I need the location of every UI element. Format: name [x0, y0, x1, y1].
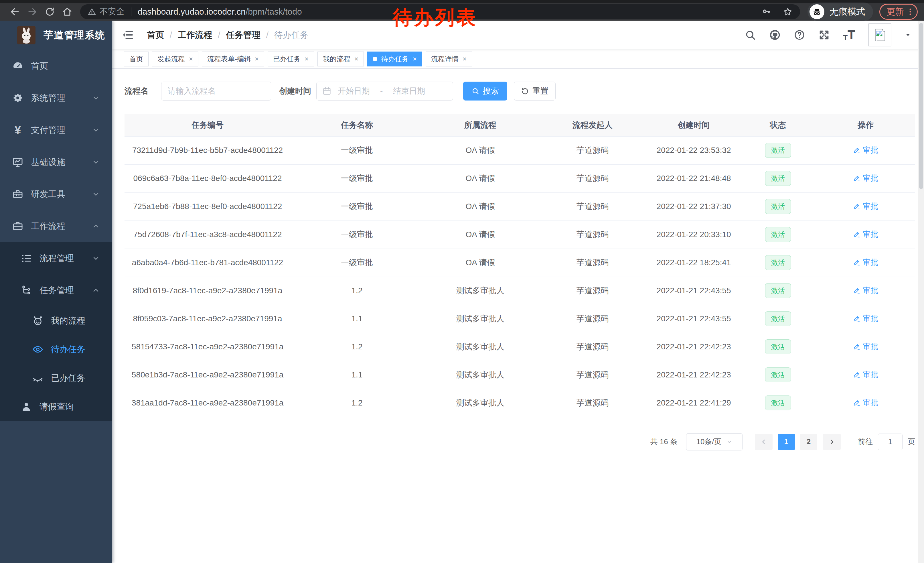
sidebar-item-leave-query[interactable]: 请假查询	[0, 392, 112, 421]
breadcrumb-item[interactable]: 工作流程	[178, 29, 212, 41]
menu-label: 待办任务	[51, 344, 85, 355]
search-icon[interactable]	[744, 29, 756, 41]
active-dot	[373, 57, 377, 61]
fullscreen-icon[interactable]	[818, 29, 830, 41]
page-number-button[interactable]: 1	[778, 434, 795, 450]
process-name-field[interactable]	[168, 87, 265, 96]
edit-icon	[853, 399, 861, 406]
help-icon[interactable]	[794, 29, 805, 41]
avatar[interactable]	[868, 24, 891, 47]
date-range-input[interactable]: 开始日期 - 结束日期	[316, 82, 453, 101]
end-date-placeholder[interactable]: 结束日期	[393, 86, 425, 96]
tab-todo-task[interactable]: 待办任务×	[367, 51, 422, 66]
sidebar-item-payment[interactable]: ¥支付管理	[0, 114, 112, 146]
tab-form-edit[interactable]: 流程表单-编辑×	[202, 51, 264, 66]
table-row: 069c6a63-7b8a-11ec-8ef0-acde48001122一级审批…	[124, 164, 915, 192]
approve-link[interactable]: 审批	[853, 369, 878, 380]
close-icon[interactable]: ×	[255, 55, 259, 63]
cell-create-time: 2022-01-21 22:42:23	[648, 361, 740, 389]
approve-link[interactable]: 审批	[853, 229, 878, 239]
filter-time-label: 创建时间	[279, 86, 311, 96]
goto-page-input[interactable]	[878, 434, 903, 450]
close-icon[interactable]: ×	[463, 55, 466, 63]
sidebar-item-todo-task[interactable]: 待办任务	[0, 335, 112, 364]
sidebar-item-system[interactable]: 系统管理	[0, 82, 112, 114]
process-name-input[interactable]	[161, 82, 272, 101]
incognito-label: 无痕模式	[830, 6, 865, 18]
forward-icon[interactable]	[24, 7, 41, 17]
tab-my-process[interactable]: 我的流程×	[318, 51, 364, 66]
tab-done-task[interactable]: 已办任务×	[268, 51, 314, 66]
sidebar-item-devtools[interactable]: 研发工具	[0, 178, 112, 210]
cell-process-name: OA 请假	[423, 221, 537, 249]
github-icon[interactable]	[769, 29, 781, 41]
chevron-down-icon[interactable]	[904, 32, 911, 38]
menu-dots-icon[interactable]	[906, 8, 915, 16]
tab-process-detail[interactable]: 流程详情×	[426, 51, 472, 66]
sidebar-item-home[interactable]: 首页	[0, 50, 112, 82]
hamburger-icon[interactable]	[122, 29, 134, 41]
start-date-placeholder[interactable]: 开始日期	[338, 86, 370, 96]
close-icon[interactable]: ×	[354, 55, 358, 63]
approve-link[interactable]: 审批	[853, 341, 878, 352]
close-icon[interactable]: ×	[304, 55, 309, 63]
star-icon[interactable]	[783, 7, 793, 17]
tab-start-process[interactable]: 发起流程×	[152, 51, 198, 66]
scrollbar[interactable]	[918, 21, 924, 563]
page-size-select[interactable]: 10条/页	[686, 433, 742, 450]
sidebar-item-workflow[interactable]: 工作流程	[0, 210, 112, 242]
cell-process-name: OA 请假	[423, 249, 537, 277]
url-host[interactable]: dashboard.yudao.iocoder.cn	[138, 7, 246, 17]
approve-link[interactable]: 审批	[853, 285, 878, 296]
scrollbar-thumb[interactable]	[919, 23, 923, 189]
cell-process-name: 测试多审批人	[423, 305, 537, 333]
close-icon[interactable]: ×	[189, 55, 193, 63]
url-path[interactable]: /bpm/task/todo	[246, 7, 302, 17]
approve-link[interactable]: 审批	[853, 398, 878, 408]
toolbox-icon	[12, 188, 24, 200]
approve-label: 审批	[863, 173, 878, 183]
calendar-icon	[322, 87, 332, 96]
prev-page-button[interactable]	[755, 434, 772, 450]
breadcrumb-item[interactable]: 首页	[147, 29, 164, 41]
content: 流程名 创建时间 开始日期 - 结束日期 搜索 重置 任务	[112, 82, 924, 462]
approve-link[interactable]: 审批	[853, 173, 878, 183]
security-label[interactable]: 不安全	[100, 6, 124, 18]
sidebar-item-done-task[interactable]: 已办任务	[0, 364, 112, 392]
cell-create-time: 2022-01-22 23:53:32	[648, 136, 740, 164]
cell-task-name: 1.1	[291, 305, 423, 333]
sidebar-item-infrastructure[interactable]: 基础设施	[0, 146, 112, 178]
approve-label: 审批	[863, 313, 878, 324]
key-icon[interactable]	[762, 7, 771, 17]
tab-home[interactable]: 首页	[124, 51, 148, 66]
sidebar-item-process-mgmt[interactable]: 流程管理	[0, 242, 112, 274]
search-button[interactable]: 搜索	[463, 82, 507, 101]
approve-link[interactable]: 审批	[853, 201, 878, 211]
status-badge: 激活	[765, 143, 791, 158]
column-header: 流程发起人	[537, 114, 648, 136]
back-icon[interactable]	[6, 7, 24, 17]
breadcrumb-item[interactable]: 任务管理	[226, 29, 261, 41]
approve-label: 审批	[863, 145, 878, 155]
cell-task-name: 一级审批	[291, 249, 423, 277]
home-icon[interactable]	[58, 7, 76, 17]
sidebar-item-my-process[interactable]: 我的流程	[0, 306, 112, 335]
cell-create-time: 2022-01-22 18:25:41	[648, 249, 740, 277]
update-button[interactable]: 更新	[879, 4, 918, 20]
approve-link[interactable]: 审批	[853, 145, 878, 155]
next-page-button[interactable]	[823, 434, 841, 450]
reset-button[interactable]: 重置	[514, 82, 556, 101]
briefcase-icon	[12, 221, 24, 232]
incognito-badge: 无痕模式	[807, 3, 873, 21]
sidebar-item-task-mgmt[interactable]: 任务管理	[0, 274, 112, 306]
app-logo-row[interactable]: 芋道管理系统	[0, 21, 112, 50]
cell-task-name: 一级审批	[291, 221, 423, 249]
font-size-icon[interactable]: TT	[843, 29, 855, 41]
cell-action: 审批	[816, 305, 915, 333]
cell-starter: 芋道源码	[537, 333, 648, 361]
page-number-button[interactable]: 2	[800, 434, 817, 450]
approve-link[interactable]: 审批	[853, 313, 878, 324]
reload-icon[interactable]	[41, 7, 58, 17]
approve-link[interactable]: 审批	[853, 257, 878, 267]
close-icon[interactable]: ×	[413, 55, 417, 63]
